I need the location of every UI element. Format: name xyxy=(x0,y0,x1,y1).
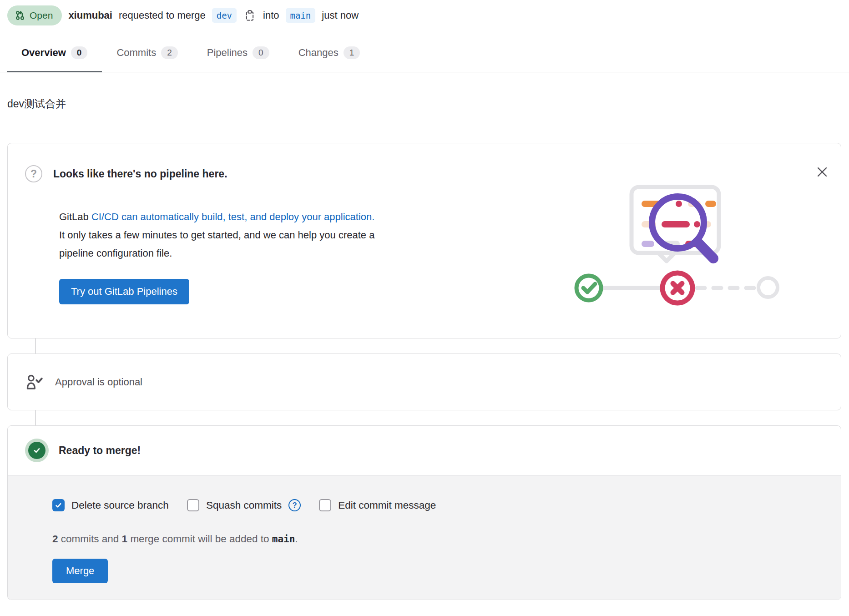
tab-label: Changes xyxy=(298,47,339,59)
card-connector xyxy=(35,338,36,353)
checkbox-label: Delete source branch xyxy=(71,500,169,511)
tab-count-badge: 1 xyxy=(344,46,360,59)
mr-description: dev测试合并 xyxy=(7,97,842,111)
merge-commit-count: 1 xyxy=(122,533,128,545)
tab-label: Overview xyxy=(21,47,66,59)
body-intro: GitLab xyxy=(59,211,89,222)
tab-label: Pipelines xyxy=(207,47,248,59)
header-time: just now xyxy=(322,10,359,21)
user-check-icon xyxy=(24,372,44,392)
delete-source-branch-option[interactable]: Delete source branch xyxy=(52,499,169,511)
tab-count-badge: 0 xyxy=(253,46,269,59)
target-branch-name: main xyxy=(272,534,295,545)
approval-text: Approval is optional xyxy=(55,376,142,388)
close-icon[interactable] xyxy=(816,166,828,178)
cicd-link[interactable]: CI/CD can automatically build, test, and… xyxy=(91,211,374,222)
check-circle-icon xyxy=(25,439,49,462)
body-line2: It only takes a few minutes to get start… xyxy=(59,229,374,241)
tab-count-badge: 2 xyxy=(161,46,178,59)
merge-request-icon xyxy=(15,10,25,21)
pipeline-pending-icon xyxy=(758,278,778,297)
status-badge: Open xyxy=(7,5,62,25)
merge-options-section: Delete source branch Squash commits ? Ed… xyxy=(8,475,841,600)
author-name[interactable]: xiumubai xyxy=(68,10,112,21)
squash-commits-checkbox[interactable] xyxy=(187,499,199,511)
pipeline-status-graphic xyxy=(576,273,778,303)
tab-commits[interactable]: Commits 2 xyxy=(102,35,192,72)
pipeline-empty-text: GitLab CI/CD can automatically build, te… xyxy=(59,208,437,263)
source-branch-badge[interactable]: dev xyxy=(212,8,237,23)
merge-widget-card: Ready to merge! Delete source branch Squ… xyxy=(7,425,841,600)
squash-help-icon[interactable]: ? xyxy=(288,499,301,511)
pipeline-illustration xyxy=(573,182,787,312)
status-label: Open xyxy=(30,10,53,21)
commit-count: 2 xyxy=(52,533,58,545)
merge-summary-text: 2 commits and 1 merge commit will be add… xyxy=(52,533,823,545)
header-action-text: requested to merge xyxy=(119,10,206,21)
merge-button[interactable]: Merge xyxy=(52,559,108,583)
edit-commit-message-checkbox[interactable] xyxy=(319,499,331,511)
pipeline-card-title: Looks like there's no pipeline here. xyxy=(53,168,227,180)
ready-to-merge-title: Ready to merge! xyxy=(59,444,141,457)
tab-changes[interactable]: Changes 1 xyxy=(284,35,375,72)
approval-card: Approval is optional xyxy=(7,353,841,410)
checkbox-label: Edit commit message xyxy=(338,500,436,511)
card-connector xyxy=(35,410,36,425)
target-branch-badge[interactable]: main xyxy=(286,8,316,23)
question-circle-icon: ? xyxy=(25,165,42,182)
mr-header: Open xiumubai requested to merge dev int… xyxy=(0,0,849,25)
pipeline-empty-card: ? Looks like there's no pipeline here. G… xyxy=(7,143,841,338)
tab-count-badge: 0 xyxy=(71,46,88,59)
try-pipelines-button[interactable]: Try out GitLab Pipelines xyxy=(59,279,189,304)
header-into-text: into xyxy=(263,10,279,21)
squash-commits-option[interactable]: Squash commits ? xyxy=(187,499,301,511)
body-line3: pipeline configuration file. xyxy=(59,247,172,259)
code-review-illustration xyxy=(576,187,778,303)
tab-label: Commits xyxy=(116,47,156,59)
tab-overview[interactable]: Overview 0 xyxy=(7,35,102,72)
mr-tabs: Overview 0 Commits 2 Pipelines 0 Changes… xyxy=(0,35,849,72)
edit-commit-message-option[interactable]: Edit commit message xyxy=(319,499,436,511)
checkbox-label: Squash commits xyxy=(206,500,282,511)
tab-pipelines[interactable]: Pipelines 0 xyxy=(192,35,284,72)
delete-source-branch-checkbox[interactable] xyxy=(52,499,65,511)
copy-branch-icon[interactable] xyxy=(244,10,256,21)
